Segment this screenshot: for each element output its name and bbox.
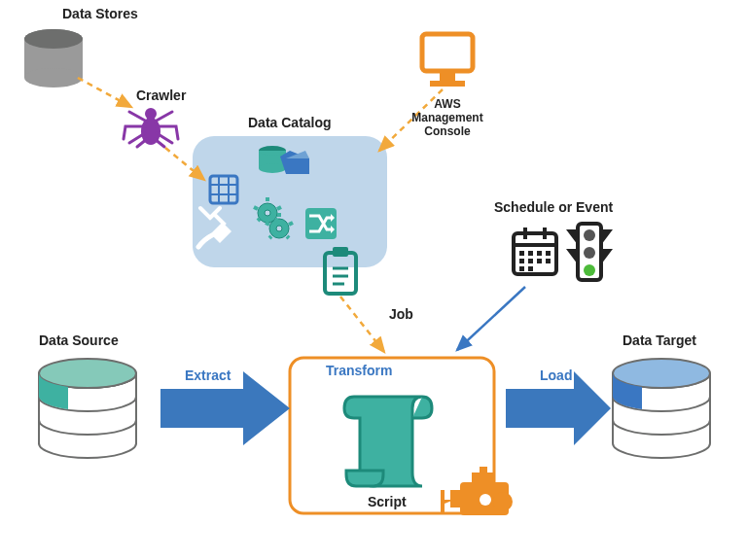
transform-label: Transform — [326, 363, 392, 378]
catalog-shuffle-icon — [305, 208, 337, 239]
arrow-catalog-job — [340, 297, 384, 352]
svg-rect-8 — [430, 81, 465, 87]
schedule-label: Schedule or Event — [494, 199, 613, 215]
aws-console-label: AWS Management Console — [399, 97, 496, 138]
svg-rect-23 — [537, 251, 542, 256]
svg-rect-43 — [480, 467, 487, 474]
svg-point-5 — [145, 108, 157, 120]
extract-label: Extract — [185, 368, 231, 383]
svg-point-14 — [265, 210, 270, 216]
svg-rect-28 — [546, 259, 551, 263]
data-catalog-label: Data Catalog — [248, 115, 332, 130]
svg-rect-22 — [528, 251, 533, 256]
aws-console-icon — [422, 34, 473, 87]
svg-rect-6 — [422, 34, 473, 71]
svg-point-11 — [259, 163, 286, 173]
svg-point-3 — [24, 29, 83, 49]
svg-rect-19 — [333, 247, 348, 257]
data-source-icon — [39, 359, 136, 458]
svg-rect-25 — [519, 259, 524, 263]
script-scroll-icon — [344, 397, 432, 486]
script-label: Script — [368, 494, 407, 509]
job-label: Job — [389, 306, 413, 322]
svg-rect-29 — [519, 266, 524, 271]
data-stores-icon — [24, 29, 83, 88]
traffic-light-icon — [566, 224, 613, 280]
svg-point-44 — [493, 492, 513, 511]
load-label: Load — [540, 368, 572, 383]
engine-icon — [441, 467, 513, 515]
svg-point-16 — [276, 226, 282, 231]
svg-rect-30 — [528, 266, 533, 271]
svg-rect-27 — [537, 259, 542, 263]
svg-point-39 — [613, 359, 710, 388]
data-target-label: Data Target — [622, 332, 696, 348]
arrow-stores-crawler — [78, 78, 131, 107]
svg-rect-24 — [546, 251, 551, 256]
svg-point-2 — [24, 68, 83, 88]
data-target-icon — [613, 359, 710, 458]
svg-rect-7 — [440, 71, 455, 81]
svg-point-33 — [584, 247, 595, 259]
arrow-schedule-job — [457, 287, 525, 350]
svg-point-45 — [480, 494, 491, 506]
data-source-label: Data Source — [39, 332, 119, 348]
catalog-clipboard-icon — [325, 247, 356, 294]
svg-rect-21 — [519, 251, 524, 256]
crawler-icon — [124, 108, 178, 147]
svg-point-32 — [584, 229, 595, 241]
svg-point-37 — [39, 359, 136, 388]
crawler-label: Crawler — [136, 88, 186, 103]
data-stores-label: Data Stores — [62, 6, 138, 21]
calendar-icon — [514, 228, 556, 274]
svg-rect-41 — [450, 490, 462, 508]
svg-rect-17 — [305, 208, 337, 239]
svg-point-34 — [584, 264, 595, 276]
svg-rect-26 — [528, 259, 533, 263]
